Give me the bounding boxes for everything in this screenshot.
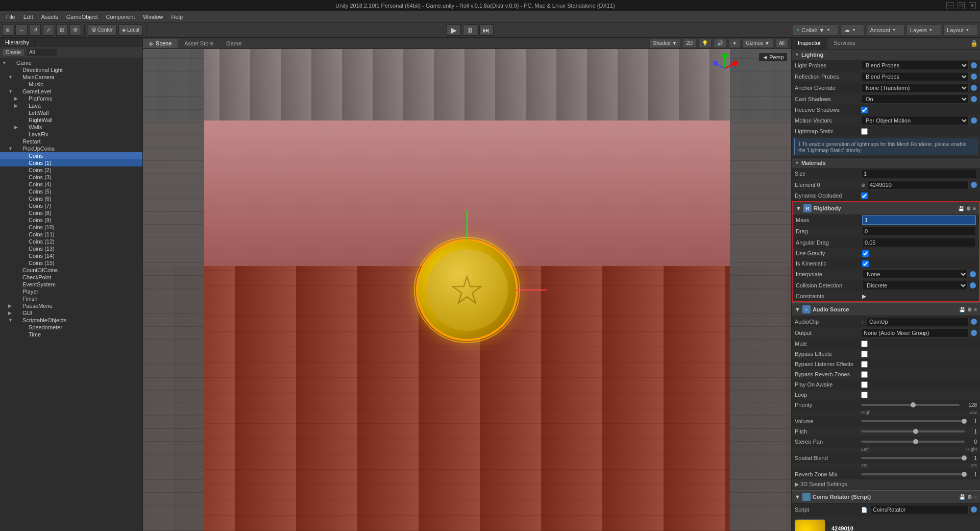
layers-dropdown[interactable]: Layers	[906, 25, 941, 36]
center-toggle[interactable]: ⦿ Center	[88, 25, 116, 36]
interpolate-dot[interactable]	[970, 271, 976, 277]
hierarchy-item-coins-(6)[interactable]: Coins (6)	[0, 195, 142, 202]
volume-slider[interactable]	[861, 420, 965, 422]
inspector-lock-icon[interactable]: 🔒	[970, 40, 978, 47]
hierarchy-item-countofcoins[interactable]: CountOfCoins	[0, 267, 142, 274]
pause-button[interactable]: ⏸	[463, 25, 477, 36]
tool-scale[interactable]: ⤢	[43, 25, 54, 36]
hierarchy-item-coins-(2)[interactable]: Coins (2)	[0, 166, 142, 174]
menu-component[interactable]: Component	[102, 13, 139, 21]
menu-edit[interactable]: Edit	[19, 13, 37, 21]
script-dot[interactable]	[971, 506, 977, 513]
menu-help[interactable]: Help	[167, 13, 187, 21]
pitch-slider[interactable]	[861, 430, 965, 432]
tool-rect[interactable]: ⊞	[56, 25, 67, 36]
lightmap-static-checkbox[interactable]	[861, 128, 868, 135]
hierarchy-item-coins-(3)[interactable]: Coins (3)	[0, 174, 142, 181]
hierarchy-item-rightwall[interactable]: RightWall	[0, 116, 142, 124]
hierarchy-item-pickupcoins[interactable]: ▼PickUpCoins	[0, 145, 142, 152]
anchor-override-select[interactable]: None (Transform)	[861, 83, 969, 92]
element0-input[interactable]	[867, 180, 969, 189]
collision-detection-dot[interactable]	[970, 282, 976, 288]
menu-file[interactable]: File	[2, 13, 19, 21]
stereo-pan-thumb[interactable]	[913, 439, 918, 444]
tab-scene[interactable]: ⊕ Scene	[143, 39, 178, 48]
viewport[interactable]: ☆ ◄ Persp	[143, 49, 791, 531]
light-probes-select[interactable]: Blend Probes	[861, 61, 969, 70]
inspector-tab[interactable]: Inspector	[792, 38, 827, 49]
is-kinematic-checkbox[interactable]	[862, 260, 869, 267]
tool-move[interactable]: ↔	[15, 25, 28, 36]
hierarchy-item-coins-(8)[interactable]: Coins (8)	[0, 209, 142, 216]
tool-rotate[interactable]: ↺	[30, 25, 41, 36]
light-probes-dot[interactable]	[971, 62, 977, 68]
bypass-listener-checkbox[interactable]	[861, 361, 868, 368]
stereo-pan-slider[interactable]	[861, 441, 965, 443]
tool-custom[interactable]: ⚙	[69, 25, 81, 36]
interpolate-select[interactable]: None	[862, 270, 968, 279]
volume-thumb[interactable]	[962, 419, 967, 424]
element0-dot[interactable]	[971, 182, 977, 188]
hierarchy-item-leftwall[interactable]: LeftWall	[0, 109, 142, 116]
hierarchy-item-gui[interactable]: ▶GUI	[0, 309, 142, 317]
hierarchy-item-player[interactable]: Player	[0, 288, 142, 295]
hierarchy-item-checkpoint[interactable]: CheckPoint	[0, 274, 142, 281]
gizmos-dropdown[interactable]: Gizmos ▼	[742, 39, 773, 48]
dynamic-occluded-checkbox[interactable]	[861, 192, 868, 199]
collab-dropdown[interactable]: ● Collab ▼	[793, 25, 839, 36]
create-button[interactable]: Create	[2, 49, 24, 56]
pitch-thumb[interactable]	[913, 429, 918, 434]
hierarchy-item-coins-(10)[interactable]: Coins (10)	[0, 224, 142, 231]
constraints-arrow[interactable]: ▶	[862, 293, 866, 300]
hierarchy-item-coins-(5)[interactable]: Coins (5)	[0, 188, 142, 195]
spatial-blend-slider[interactable]	[861, 457, 965, 459]
hierarchy-item-coins-(12)[interactable]: Coins (12)	[0, 238, 142, 245]
receive-shadows-checkbox[interactable]	[861, 107, 868, 113]
spatial-blend-thumb[interactable]	[962, 455, 967, 461]
audio-menu-icon[interactable]: ≡	[974, 307, 977, 312]
hierarchy-item-coins-(14)[interactable]: Coins (14)	[0, 252, 142, 259]
reflection-probes-dot[interactable]	[971, 74, 977, 80]
mute-checkbox[interactable]	[861, 341, 868, 347]
menu-assets[interactable]: Assets	[37, 13, 62, 21]
step-button[interactable]: ⏭	[479, 25, 494, 36]
menu-gameobject[interactable]: GameObject	[62, 13, 102, 21]
bypass-reverb-checkbox[interactable]	[861, 371, 868, 378]
hierarchy-item-lava[interactable]: ▶Lava	[0, 102, 142, 109]
output-input[interactable]	[861, 328, 969, 337]
output-dot[interactable]	[971, 330, 977, 336]
motion-vectors-dot[interactable]	[971, 117, 977, 124]
rigidbody-header[interactable]: ▼ R Rigidbody 💾 ⚙ ≡	[793, 202, 979, 214]
hierarchy-search[interactable]	[27, 49, 57, 56]
hierarchy-item-time[interactable]: Time	[0, 331, 142, 338]
use-gravity-checkbox[interactable]	[862, 250, 869, 257]
coins-rotator-settings-icon[interactable]: ⚙	[967, 494, 972, 500]
3d-sound-header[interactable]: ▶ 3D Sound Settings	[792, 479, 980, 489]
loop-checkbox[interactable]	[861, 392, 868, 398]
hierarchy-item-walls[interactable]: ▶Walls	[0, 124, 142, 131]
play-on-awake-checkbox[interactable]	[861, 381, 868, 388]
account-dropdown[interactable]: Account	[866, 25, 904, 36]
audioclip-input[interactable]	[867, 317, 969, 326]
hierarchy-item-directional-light[interactable]: Directional Light	[0, 66, 142, 74]
minimize-button[interactable]: —	[946, 2, 953, 9]
audioclip-dot[interactable]	[971, 319, 977, 325]
mass-input[interactable]	[862, 215, 976, 225]
coins-rotator-save-icon[interactable]: 💾	[959, 494, 965, 500]
close-button[interactable]: ✕	[969, 2, 976, 9]
hierarchy-item-game[interactable]: ▼Game	[0, 59, 142, 66]
hierarchy-item-coins-(15)[interactable]: Coins (15)	[0, 259, 142, 267]
rigidbody-save-icon[interactable]: 💾	[958, 206, 964, 211]
hierarchy-item-music[interactable]: Music	[0, 81, 142, 88]
tab-asset-store[interactable]: Asset Store	[178, 39, 220, 48]
hierarchy-tab[interactable]: Hierarchy	[0, 38, 35, 47]
2d-toggle[interactable]: 2D	[683, 39, 697, 48]
hierarchy-item-speedometer[interactable]: Speedometer	[0, 324, 142, 331]
coins-rotator-menu-icon[interactable]: ≡	[974, 494, 977, 500]
audio-toggle[interactable]: 🔊	[714, 39, 727, 48]
tab-game[interactable]: Game	[220, 39, 248, 48]
hierarchy-item-pausemenu[interactable]: ▶PauseMenu	[0, 302, 142, 309]
hierarchy-item-platforms[interactable]: ▶Platforms	[0, 95, 142, 102]
hierarchy-item-coins-(9)[interactable]: Coins (9)	[0, 216, 142, 224]
hierarchy-item-lavafix[interactable]: LavaFix	[0, 131, 142, 138]
